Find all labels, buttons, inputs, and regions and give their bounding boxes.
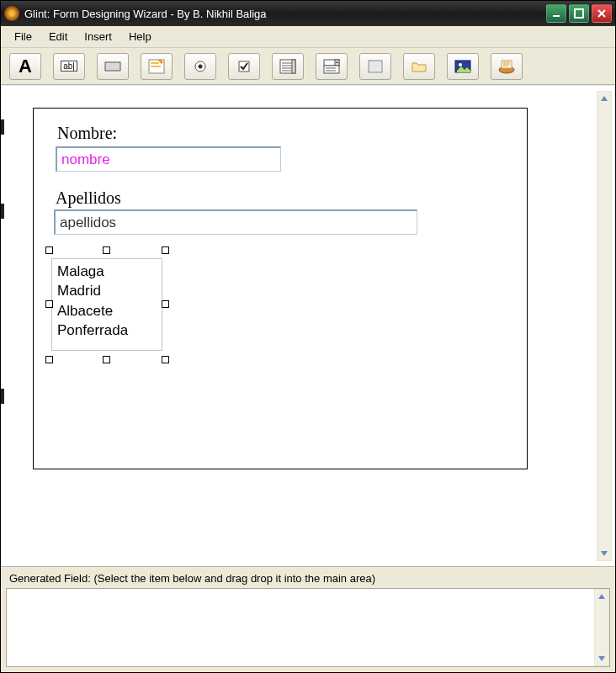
scroll-down-icon[interactable] <box>597 547 611 560</box>
scroll-down-icon[interactable] <box>595 652 608 665</box>
scroll-up-icon[interactable] <box>595 590 608 603</box>
radio-icon <box>191 58 210 75</box>
letter-a-icon: A <box>19 56 32 77</box>
combo-tool-button[interactable] <box>316 53 348 80</box>
svg-rect-0 <box>553 15 560 17</box>
app-icon <box>4 6 19 21</box>
vertical-scrollbar[interactable] <box>597 91 612 561</box>
svg-point-5 <box>199 64 203 68</box>
menu-help[interactable]: Help <box>122 29 158 45</box>
scanner-icon <box>497 58 516 75</box>
svg-rect-1 <box>575 9 583 18</box>
button-tool-button[interactable] <box>97 53 129 80</box>
checkbox-tool-button[interactable] <box>228 53 260 80</box>
textarea-tool-button[interactable] <box>141 53 173 80</box>
input-apellidos[interactable] <box>54 209 417 235</box>
vertical-scrollbar[interactable] <box>594 589 609 666</box>
list-item[interactable]: Malaga <box>54 262 160 281</box>
checkbox-icon <box>235 58 253 75</box>
textbox-tool-button[interactable]: ab| <box>53 53 85 80</box>
listbox-cities[interactable]: Malaga Madrid Albacete Ponferrada <box>51 258 162 351</box>
svg-rect-8 <box>292 60 295 73</box>
svg-point-14 <box>459 63 462 66</box>
bg-shadow <box>1 204 4 219</box>
svg-rect-11 <box>324 66 339 73</box>
close-button[interactable] <box>592 4 612 23</box>
panel-icon <box>366 58 385 75</box>
picture-icon <box>454 58 472 75</box>
input-nombre[interactable] <box>56 146 281 172</box>
label-apellidos[interactable]: Apellidos <box>56 188 121 208</box>
generated-drop-area[interactable] <box>6 588 610 667</box>
design-area[interactable]: Nombre: Apellidos Malaga Madrid Albacete… <box>1 85 615 566</box>
resize-handle-e[interactable] <box>162 300 169 308</box>
bg-shadow <box>1 119 4 135</box>
radio-tool-button[interactable] <box>184 53 216 80</box>
window-controls <box>546 4 612 23</box>
resize-handle-w[interactable] <box>45 300 53 308</box>
menubar: File Edit Insert Help <box>1 26 615 48</box>
list-item[interactable]: Madrid <box>54 281 160 300</box>
resize-handle-sw[interactable] <box>45 356 53 363</box>
titlebar[interactable]: Glint: Form Designing Wizard - By B. Nik… <box>1 1 615 26</box>
list-item[interactable]: Albacete <box>54 301 160 321</box>
generated-label: Generated Field: (Select the item below … <box>1 567 615 588</box>
maximize-button[interactable] <box>569 4 589 23</box>
list-item[interactable]: Ponferrada <box>54 321 160 340</box>
menu-edit[interactable]: Edit <box>42 29 74 45</box>
window-title: Glint: Form Designing Wizard - By B. Nik… <box>24 8 546 20</box>
svg-rect-2 <box>105 62 120 71</box>
list-tool-button[interactable] <box>272 53 304 80</box>
app-window: Glint: Form Designing Wizard - By B. Nik… <box>0 0 616 673</box>
canvas-viewport: Nombre: Apellidos Malaga Madrid Albacete… <box>9 96 593 556</box>
svg-rect-12 <box>369 61 382 72</box>
combo-icon <box>322 58 341 75</box>
resize-handle-s[interactable] <box>103 356 110 363</box>
folder-icon <box>410 58 428 75</box>
bg-shadow <box>1 389 4 404</box>
textarea-icon <box>147 58 166 75</box>
resize-handle-se[interactable] <box>162 356 169 363</box>
list-icon <box>279 58 297 75</box>
label-tool-button[interactable]: A <box>9 53 41 80</box>
textbox-icon: ab| <box>61 61 77 72</box>
resize-handle-n[interactable] <box>103 246 110 254</box>
image-tool-button[interactable] <box>447 53 479 80</box>
generated-panel: Generated Field: (Select the item below … <box>1 566 615 672</box>
folder-tool-button[interactable] <box>403 53 435 80</box>
scroll-up-icon[interactable] <box>597 92 611 105</box>
menu-file[interactable]: File <box>8 29 39 45</box>
toolbar: A ab| <box>1 48 615 85</box>
minimize-button[interactable] <box>546 4 566 23</box>
label-nombre[interactable]: Nombre: <box>57 124 117 143</box>
scanner-tool-button[interactable] <box>491 53 523 80</box>
button-icon <box>104 58 122 75</box>
resize-handle-nw[interactable] <box>45 246 53 254</box>
resize-handle-ne[interactable] <box>162 246 169 254</box>
panel-tool-button[interactable] <box>359 53 391 80</box>
menu-insert[interactable]: Insert <box>77 29 119 45</box>
form-canvas[interactable]: Nombre: Apellidos Malaga Madrid Albacete… <box>33 108 528 469</box>
